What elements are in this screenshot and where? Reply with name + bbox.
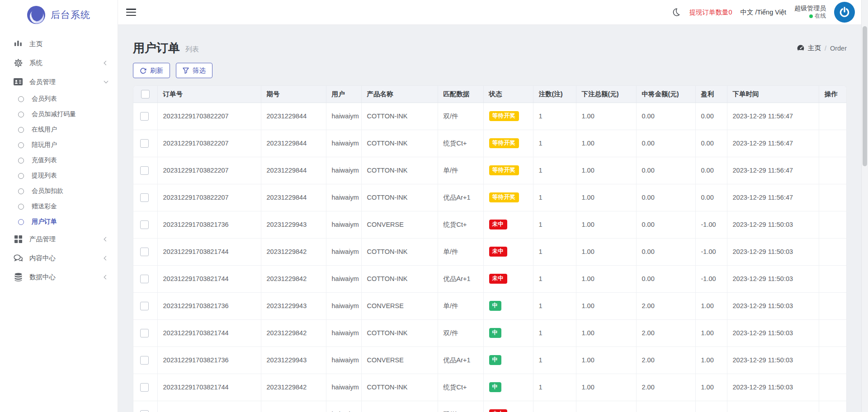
row-checkbox[interactable] bbox=[140, 166, 149, 175]
cell-period: 20231229943 bbox=[261, 211, 326, 238]
dashboard-icon bbox=[797, 45, 804, 52]
sidebar-subitem[interactable]: 在线用户 bbox=[0, 122, 118, 137]
cell-win_amount: 0.00 bbox=[636, 265, 695, 292]
circle-icon bbox=[18, 142, 24, 148]
cell-status: 未中 bbox=[483, 211, 533, 238]
cell-action bbox=[819, 211, 847, 238]
row-checkbox[interactable] bbox=[140, 139, 149, 148]
sidebar-subitem-label: 陪玩用户 bbox=[32, 141, 57, 149]
row-checkbox[interactable] bbox=[140, 410, 149, 412]
cell-user: haiwaiym bbox=[326, 238, 361, 265]
cell-match: 统货Ct+ bbox=[438, 211, 483, 238]
app-logo[interactable]: 后台系统 bbox=[0, 0, 118, 30]
cell-match: 统货Ct+ bbox=[438, 130, 483, 157]
sidebar-item-member-management[interactable]: 会员管理 bbox=[0, 72, 118, 91]
sidebar-item-label: 会员管理 bbox=[29, 78, 104, 86]
status-badge: 中 bbox=[489, 301, 501, 311]
column-header: 下注总额(元) bbox=[576, 86, 636, 103]
cell-time: 2023-12-29 11:50:03 bbox=[727, 319, 819, 346]
row-checkbox[interactable] bbox=[140, 329, 149, 337]
table-row: 20231229170382220720231229844haiwaiymCOT… bbox=[133, 130, 847, 157]
sidebar-subitem[interactable]: 用户订单 bbox=[0, 214, 118, 229]
sidebar-subitem[interactable]: 会员加扣款 bbox=[0, 183, 118, 199]
sidebar-nav: 主页 系统 会员管理 会员列表会员加减打码量在线用户陪玩用户充值列表提现列表会员… bbox=[0, 30, 118, 286]
cell-action bbox=[819, 319, 847, 346]
funnel-icon bbox=[183, 67, 189, 74]
sidebar-subitem[interactable]: 提现列表 bbox=[0, 168, 118, 183]
sidebar-item-data-center[interactable]: 数据中心 bbox=[0, 267, 118, 286]
table-header-row: 订单号期号用户产品名称匹配数据状态注数(注)下注总额(元)中将金额(元)盈利下单… bbox=[133, 86, 847, 103]
breadcrumb-home[interactable]: 主页 bbox=[808, 44, 821, 52]
table-row: 20231229170382173620231229943haiwaiymCON… bbox=[133, 401, 847, 412]
breadcrumb-separator: / bbox=[825, 45, 826, 52]
cell-status: 中 bbox=[483, 346, 533, 374]
sidebar-subitem-label: 会员加扣款 bbox=[32, 187, 63, 195]
sidebar-item-label: 内容中心 bbox=[29, 254, 104, 262]
cell-action bbox=[819, 374, 847, 401]
moon-icon[interactable] bbox=[671, 7, 681, 17]
orders-table: 订单号期号用户产品名称匹配数据状态注数(注)下注总额(元)中将金额(元)盈利下单… bbox=[133, 86, 847, 412]
cell-bets: 1 bbox=[533, 401, 576, 412]
sidebar-item-home[interactable]: 主页 bbox=[0, 34, 118, 53]
bar-chart-icon bbox=[14, 39, 23, 48]
cell-order_no: 202312291703821744 bbox=[157, 374, 261, 401]
sidebar-item-system[interactable]: 系统 bbox=[0, 53, 118, 72]
cell-order_no: 202312291703822207 bbox=[157, 184, 261, 211]
row-checkbox[interactable] bbox=[140, 275, 149, 283]
cell-period: 20231229842 bbox=[261, 238, 326, 265]
column-header: 订单号 bbox=[157, 86, 261, 103]
cell-bets: 1 bbox=[533, 292, 576, 319]
sidebar-subitem[interactable]: 会员加减打码量 bbox=[0, 107, 118, 122]
row-checkbox[interactable] bbox=[140, 356, 149, 365]
sidebar-subitem[interactable]: 陪玩用户 bbox=[0, 137, 118, 153]
cell-order_no: 202312291703822207 bbox=[157, 103, 261, 130]
cell-product: COTTON-INK bbox=[361, 238, 438, 265]
column-header: 盈利 bbox=[695, 86, 727, 103]
cell-match: 优品Ar+1 bbox=[438, 346, 483, 374]
user-info[interactable]: 超级管理员 在线 bbox=[794, 5, 826, 19]
cell-total: 1.00 bbox=[576, 103, 636, 130]
column-header: 中将金额(元) bbox=[636, 86, 695, 103]
row-checkbox[interactable] bbox=[140, 302, 149, 310]
row-checkbox[interactable] bbox=[140, 248, 149, 256]
withdraw-notice-link[interactable]: 提现订单数量0 bbox=[689, 8, 732, 17]
column-header: 匹配数据 bbox=[438, 86, 483, 103]
sidebar-subitem[interactable]: 充值列表 bbox=[0, 153, 118, 168]
cell-order_no: 202312291703821736 bbox=[157, 401, 261, 412]
sidebar-subitem[interactable]: 赠送彩金 bbox=[0, 199, 118, 214]
row-checkbox[interactable] bbox=[140, 383, 149, 392]
status-badge: 等待开奖 bbox=[489, 111, 519, 121]
cell-time: 2023-12-29 11:56:47 bbox=[727, 130, 819, 157]
online-dot-icon bbox=[809, 14, 813, 18]
language-switcher[interactable]: 中文 /Tiếng Việt bbox=[740, 8, 786, 17]
sidebar-item-content-center[interactable]: 内容中心 bbox=[0, 248, 118, 267]
circle-icon bbox=[18, 112, 24, 117]
cell-match: 双/件 bbox=[438, 401, 483, 412]
cell-user: haiwaiym bbox=[326, 157, 361, 184]
filter-button[interactable]: 筛选 bbox=[176, 63, 212, 78]
cell-match: 优品Ar+1 bbox=[438, 184, 483, 211]
logout-power-button[interactable] bbox=[834, 2, 855, 23]
status-badge: 中 bbox=[489, 328, 501, 338]
cell-total: 1.00 bbox=[576, 184, 636, 211]
row-checkbox[interactable] bbox=[140, 193, 149, 202]
page-scrollbar[interactable] bbox=[861, 0, 868, 412]
cell-status: 中 bbox=[483, 292, 533, 319]
cell-bets: 1 bbox=[533, 238, 576, 265]
chevron-left-icon bbox=[104, 61, 108, 65]
hamburger-icon[interactable] bbox=[126, 9, 136, 16]
cell-win_amount: 0.00 bbox=[636, 103, 695, 130]
sidebar-subitem[interactable]: 会员列表 bbox=[0, 91, 118, 107]
select-all-checkbox[interactable] bbox=[141, 90, 150, 98]
row-checkbox[interactable] bbox=[140, 220, 149, 229]
scrollbar-thumb[interactable] bbox=[863, 26, 867, 166]
column-header: 下单时间 bbox=[727, 86, 819, 103]
cell-match: 双/件 bbox=[438, 103, 483, 130]
refresh-button[interactable]: 刷新 bbox=[133, 63, 170, 78]
chevron-left-icon bbox=[104, 256, 108, 260]
table-row: 20231229170382173620231229943haiwaiymCON… bbox=[133, 292, 847, 319]
sidebar-subitem-label: 在线用户 bbox=[32, 126, 57, 134]
gear-icon bbox=[14, 58, 23, 67]
row-checkbox[interactable] bbox=[140, 112, 149, 121]
sidebar-item-product-management[interactable]: 产品管理 bbox=[0, 229, 118, 248]
